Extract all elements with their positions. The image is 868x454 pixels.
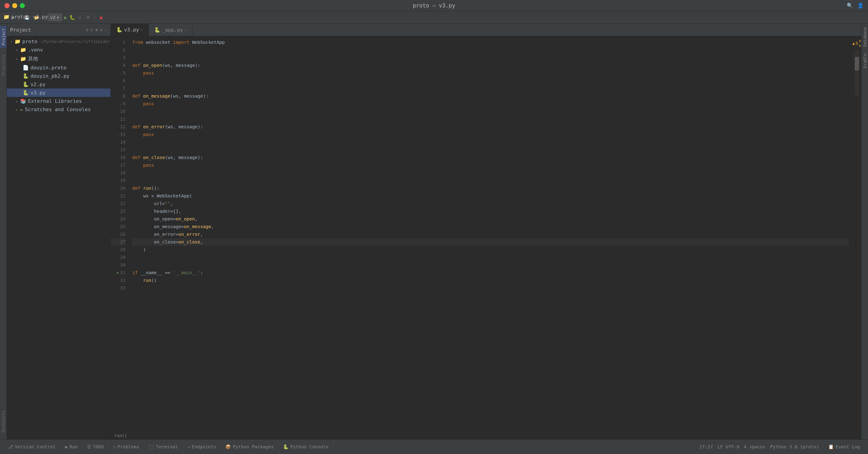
- title-bar: proto – v3.py 🔍 👤: [0, 0, 868, 11]
- right-sidebar: Database Gradle: [861, 24, 868, 439]
- ln-6: 6: [111, 77, 125, 85]
- tree-item-other[interactable]: ▸ 📁 其他: [7, 54, 111, 63]
- code-line-6: [132, 77, 849, 85]
- tree-item-venv[interactable]: ▸ 📁 .venv: [7, 45, 111, 54]
- tree-item-douyin-proto[interactable]: 📄 douyin.proto: [7, 63, 111, 72]
- ln-25: 25: [111, 223, 125, 230]
- tree-item-v3[interactable]: 🐍 v3.py: [7, 89, 111, 97]
- terminal-tab[interactable]: ⬛ Terminal: [144, 440, 182, 454]
- run-tab-label: Run: [70, 444, 78, 450]
- endpoints-icon: ↗: [187, 444, 190, 450]
- tree-v3-label: v3.py: [31, 90, 45, 96]
- ln-33: 33: [111, 284, 125, 292]
- minimize-button[interactable]: [12, 3, 17, 8]
- code-line-8: def on_message(ws, message):: [132, 92, 849, 100]
- minimap-scrollbar[interactable]: [855, 50, 859, 95]
- gradle-sidebar-tab[interactable]: Gradle: [862, 50, 868, 72]
- python-packages-tab[interactable]: 📦 Python Packages: [221, 440, 278, 454]
- ln-14: 14: [111, 138, 125, 146]
- run-tab[interactable]: ▶ Run: [61, 440, 83, 454]
- version-control-tab[interactable]: ⎇ Version Control: [3, 440, 61, 454]
- coverage-button[interactable]: ☑: [77, 14, 83, 21]
- python-packages-label: Python Packages: [233, 444, 274, 450]
- encoding: LF UTF-8: [717, 444, 739, 450]
- tree-item-v2[interactable]: 🐍 v2.py: [7, 80, 111, 89]
- run-button[interactable]: ▶: [64, 15, 67, 20]
- code-line-9: pass: [132, 100, 849, 107]
- problems-tab[interactable]: ⚠ Problems: [108, 440, 144, 454]
- window-title: proto – v3.py: [413, 2, 455, 9]
- ln-4: 4: [111, 61, 125, 69]
- collapse-icon[interactable]: —: [105, 28, 107, 32]
- venv-folder-icon: 📁: [20, 47, 26, 53]
- tree-other-label: 其他: [28, 55, 38, 62]
- ln-23: 23: [111, 207, 125, 215]
- file-name: v3.py: [33, 14, 48, 20]
- ln-22: 22: [111, 200, 125, 207]
- endpoints-tab[interactable]: ↗ Endpoints: [183, 440, 221, 454]
- ln-13: ⌄13: [111, 131, 125, 138]
- tree-item-root[interactable]: ▾ 📁 proto ~/PycharmProjects/luffySpider/…: [7, 37, 111, 45]
- ln-27: 27: [111, 238, 125, 246]
- tree-douyin-pb2-label: douyin_pb2.py: [31, 73, 69, 79]
- code-line-7: [132, 85, 849, 92]
- other-folder-icon: 📁: [20, 56, 26, 62]
- ln-26: 26: [111, 230, 125, 238]
- python-console-tab[interactable]: 🐍 Python Console: [278, 440, 333, 454]
- user-icon[interactable]: 👤: [857, 3, 864, 8]
- indent: 4 spaces: [744, 444, 766, 450]
- structure-tab[interactable]: Structure: [0, 52, 7, 79]
- tree-item-scratches[interactable]: ▸ ✏ Scratches and Consoles: [7, 105, 111, 114]
- nav-arrows: ∨ ∧: [859, 38, 861, 48]
- ln-18: 18: [111, 169, 125, 176]
- ln-31: ▶31: [111, 269, 125, 277]
- more-tabs-icon[interactable]: ⋮: [854, 31, 858, 36]
- code-line-19: [132, 176, 849, 184]
- sort-icon[interactable]: ≡: [91, 28, 93, 32]
- venv-selector[interactable]: v2 ▾: [48, 14, 62, 21]
- settings-icon[interactable]: ⚙: [100, 28, 102, 32]
- ext-folder-icon: 📚: [20, 98, 26, 104]
- close-button[interactable]: [4, 3, 9, 8]
- search-icon[interactable]: 🔍: [847, 3, 853, 8]
- python-console-label: Python Console: [290, 444, 329, 450]
- ln-29: 29: [111, 253, 125, 261]
- todo-tab[interactable]: ☰ TODO: [83, 440, 108, 454]
- tab-v3[interactable]: 🐍 v3.py ✕: [111, 24, 149, 36]
- bookmarks-tab[interactable]: Bookmarks: [0, 408, 7, 435]
- tab-app[interactable]: 🐍 _app.py ✕: [149, 24, 193, 36]
- stop-button[interactable]: ■: [98, 14, 104, 21]
- project-header: Project ⚙ ≡ ▼ ⚙ —: [7, 24, 111, 36]
- code-line-10: [132, 107, 849, 115]
- database-sidebar-tab[interactable]: Database: [862, 24, 868, 50]
- code-line-15: [132, 146, 849, 154]
- problems-icon: ⚠: [113, 444, 116, 450]
- warning-count: 9: [856, 41, 858, 45]
- python-packages-icon: 📦: [225, 444, 231, 450]
- folder-icon: 📁: [14, 39, 21, 44]
- event-log-tab[interactable]: 📋 Event Log: [824, 444, 865, 450]
- chevron-down-icon: ▾: [57, 15, 59, 20]
- pb2-file-icon: 🐍: [23, 73, 29, 79]
- code-editor[interactable]: 1 2 3 4 ⌄5 6 7 8 ⌄9 10 11 12 ⌄13 14 15 1…: [111, 36, 861, 431]
- toolbar: ◀ ▶ 💾 📂 v2 ▾ ▶ 🐛 ☑ ⏱ ■ 📁 proto › v3.py: [0, 11, 868, 24]
- code-content[interactable]: from websocket import WebSocketApp def o…: [129, 36, 852, 431]
- project-tab[interactable]: Project: [0, 26, 6, 48]
- profile-button[interactable]: ⏱: [85, 14, 92, 21]
- tab-v3-label: v3.py: [124, 27, 139, 33]
- sync-icon[interactable]: ⚙: [86, 28, 88, 32]
- tree-item-external-libs[interactable]: ▸ 📚 External Libraries: [7, 97, 111, 105]
- event-log-label: Event Log: [836, 444, 860, 450]
- code-line-28: ): [132, 246, 849, 253]
- code-line-26: on_error=on_error,: [132, 230, 849, 238]
- debug-button[interactable]: 🐛: [69, 15, 75, 20]
- tree-item-douyin-pb2[interactable]: 🐍 douyin_pb2.py: [7, 72, 111, 80]
- filter-icon[interactable]: ▼: [95, 28, 98, 32]
- warnings-indicator[interactable]: ▲ 9 ∨ ∧: [852, 38, 861, 48]
- tab-app-close[interactable]: ✕: [185, 28, 187, 32]
- code-line-3: [132, 54, 849, 61]
- tree-scratches-label: Scratches and Consoles: [25, 107, 91, 112]
- maximize-button[interactable]: [20, 3, 25, 8]
- tab-v3-close[interactable]: ✕: [141, 28, 143, 32]
- tree-root-label: proto: [22, 39, 37, 44]
